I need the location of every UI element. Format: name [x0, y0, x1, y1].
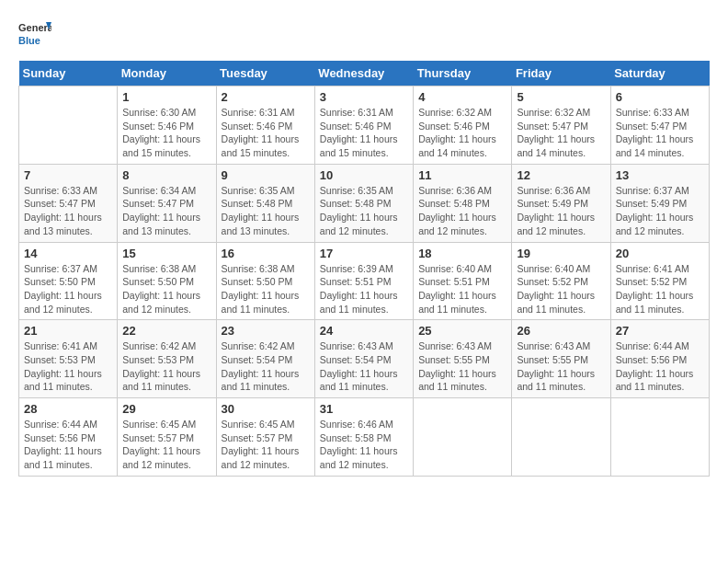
day-info: Sunrise: 6:43 AMSunset: 5:55 PMDaylight:…	[418, 339, 506, 394]
calendar-cell: 30Sunrise: 6:45 AMSunset: 5:57 PMDayligh…	[216, 398, 314, 477]
day-info: Sunrise: 6:42 AMSunset: 5:53 PMDaylight:…	[122, 339, 210, 394]
day-number: 10	[320, 168, 408, 182]
calendar-cell: 16Sunrise: 6:38 AMSunset: 5:50 PMDayligh…	[216, 242, 314, 320]
day-info: Sunrise: 6:33 AMSunset: 5:47 PMDaylight:…	[616, 106, 704, 160]
day-number: 6	[616, 90, 704, 104]
day-number: 2	[222, 90, 310, 104]
page-header: General Blue	[18, 18, 710, 52]
calendar-cell: 7Sunrise: 6:33 AMSunset: 5:47 PMDaylight…	[19, 164, 118, 242]
calendar-cell: 4Sunrise: 6:32 AMSunset: 5:46 PMDaylight…	[414, 86, 512, 165]
weekday-header-saturday: Saturday	[610, 61, 709, 86]
day-number: 18	[418, 247, 506, 260]
day-info: Sunrise: 6:38 AMSunset: 5:50 PMDaylight:…	[222, 262, 310, 316]
day-info: Sunrise: 6:38 AMSunset: 5:50 PMDaylight:…	[122, 262, 210, 316]
day-number: 16	[222, 247, 310, 260]
day-number: 3	[320, 90, 408, 104]
calendar-cell: 21Sunrise: 6:41 AMSunset: 5:53 PMDayligh…	[19, 320, 118, 398]
day-info: Sunrise: 6:36 AMSunset: 5:48 PMDaylight:…	[418, 184, 506, 238]
day-info: Sunrise: 6:31 AMSunset: 5:46 PMDaylight:…	[222, 106, 310, 160]
day-number: 9	[222, 168, 310, 182]
weekday-header-thursday: Thursday	[414, 61, 512, 86]
calendar-cell: 13Sunrise: 6:37 AMSunset: 5:49 PMDayligh…	[610, 164, 709, 242]
day-info: Sunrise: 6:46 AMSunset: 5:58 PMDaylight:…	[320, 418, 408, 472]
day-number: 29	[122, 402, 210, 416]
day-number: 4	[418, 90, 506, 104]
day-number: 13	[616, 168, 704, 182]
day-number: 23	[222, 324, 310, 338]
logo-svg: General Blue	[18, 18, 51, 52]
day-info: Sunrise: 6:32 AMSunset: 5:46 PMDaylight:…	[418, 106, 506, 160]
day-info: Sunrise: 6:40 AMSunset: 5:52 PMDaylight:…	[517, 262, 605, 316]
calendar-cell	[414, 398, 512, 477]
calendar-cell: 31Sunrise: 6:46 AMSunset: 5:58 PMDayligh…	[314, 398, 413, 477]
calendar-cell: 6Sunrise: 6:33 AMSunset: 5:47 PMDaylight…	[610, 86, 709, 165]
calendar-cell	[512, 398, 610, 477]
day-info: Sunrise: 6:37 AMSunset: 5:49 PMDaylight:…	[616, 184, 704, 238]
calendar-week-row: 28Sunrise: 6:44 AMSunset: 5:56 PMDayligh…	[19, 398, 710, 477]
day-number: 28	[24, 402, 112, 416]
calendar-cell: 15Sunrise: 6:38 AMSunset: 5:50 PMDayligh…	[118, 242, 216, 320]
day-info: Sunrise: 6:33 AMSunset: 5:47 PMDaylight:…	[24, 184, 112, 238]
calendar-week-row: 21Sunrise: 6:41 AMSunset: 5:53 PMDayligh…	[19, 320, 710, 398]
day-number: 31	[320, 402, 408, 416]
weekday-header-wednesday: Wednesday	[314, 61, 413, 86]
day-number: 1	[122, 90, 210, 104]
day-info: Sunrise: 6:32 AMSunset: 5:47 PMDaylight:…	[517, 106, 605, 160]
day-number: 27	[616, 324, 704, 338]
day-info: Sunrise: 6:31 AMSunset: 5:46 PMDaylight:…	[320, 106, 408, 160]
calendar-cell: 9Sunrise: 6:35 AMSunset: 5:48 PMDaylight…	[216, 164, 314, 242]
calendar-cell: 3Sunrise: 6:31 AMSunset: 5:46 PMDaylight…	[314, 86, 413, 165]
weekday-header-friday: Friday	[512, 61, 610, 86]
day-info: Sunrise: 6:43 AMSunset: 5:54 PMDaylight:…	[320, 339, 408, 394]
day-number: 19	[517, 247, 605, 260]
day-number: 30	[222, 402, 310, 416]
logo: General Blue	[18, 18, 51, 52]
day-info: Sunrise: 6:36 AMSunset: 5:49 PMDaylight:…	[517, 184, 605, 238]
weekday-header-monday: Monday	[118, 61, 216, 86]
calendar-cell: 8Sunrise: 6:34 AMSunset: 5:47 PMDaylight…	[118, 164, 216, 242]
calendar-cell: 27Sunrise: 6:44 AMSunset: 5:56 PMDayligh…	[610, 320, 709, 398]
calendar-cell: 28Sunrise: 6:44 AMSunset: 5:56 PMDayligh…	[19, 398, 118, 477]
day-number: 17	[320, 247, 408, 260]
day-number: 26	[517, 324, 605, 338]
calendar-cell	[610, 398, 709, 477]
calendar-cell: 10Sunrise: 6:35 AMSunset: 5:48 PMDayligh…	[314, 164, 413, 242]
day-number: 22	[122, 324, 210, 338]
calendar-cell: 17Sunrise: 6:39 AMSunset: 5:51 PMDayligh…	[314, 242, 413, 320]
day-info: Sunrise: 6:40 AMSunset: 5:51 PMDaylight:…	[418, 262, 506, 316]
svg-text:Blue: Blue	[18, 35, 40, 46]
svg-text:General: General	[18, 22, 51, 33]
calendar-cell	[19, 86, 118, 165]
day-info: Sunrise: 6:39 AMSunset: 5:51 PMDaylight:…	[320, 262, 408, 316]
calendar-week-row: 1Sunrise: 6:30 AMSunset: 5:46 PMDaylight…	[19, 86, 710, 165]
calendar-week-row: 14Sunrise: 6:37 AMSunset: 5:50 PMDayligh…	[19, 242, 710, 320]
weekday-header-tuesday: Tuesday	[216, 61, 314, 86]
logo-container: General Blue	[18, 18, 51, 52]
day-info: Sunrise: 6:34 AMSunset: 5:47 PMDaylight:…	[122, 184, 210, 238]
calendar-cell: 20Sunrise: 6:41 AMSunset: 5:52 PMDayligh…	[610, 242, 709, 320]
calendar-cell: 26Sunrise: 6:43 AMSunset: 5:55 PMDayligh…	[512, 320, 610, 398]
day-number: 11	[418, 168, 506, 182]
calendar-cell: 19Sunrise: 6:40 AMSunset: 5:52 PMDayligh…	[512, 242, 610, 320]
day-number: 25	[418, 324, 506, 338]
day-number: 5	[517, 90, 605, 104]
calendar-header-row: SundayMondayTuesdayWednesdayThursdayFrid…	[19, 61, 710, 86]
day-info: Sunrise: 6:43 AMSunset: 5:55 PMDaylight:…	[517, 339, 605, 394]
calendar-cell: 5Sunrise: 6:32 AMSunset: 5:47 PMDaylight…	[512, 86, 610, 165]
day-info: Sunrise: 6:35 AMSunset: 5:48 PMDaylight:…	[320, 184, 408, 238]
day-number: 24	[320, 324, 408, 338]
day-number: 21	[24, 324, 112, 338]
day-info: Sunrise: 6:45 AMSunset: 5:57 PMDaylight:…	[222, 418, 310, 472]
day-info: Sunrise: 6:44 AMSunset: 5:56 PMDaylight:…	[24, 418, 112, 472]
calendar-week-row: 7Sunrise: 6:33 AMSunset: 5:47 PMDaylight…	[19, 164, 710, 242]
calendar-cell: 11Sunrise: 6:36 AMSunset: 5:48 PMDayligh…	[414, 164, 512, 242]
day-info: Sunrise: 6:30 AMSunset: 5:46 PMDaylight:…	[122, 106, 210, 160]
day-number: 7	[24, 168, 112, 182]
day-info: Sunrise: 6:41 AMSunset: 5:53 PMDaylight:…	[24, 339, 112, 394]
day-info: Sunrise: 6:45 AMSunset: 5:57 PMDaylight:…	[122, 418, 210, 472]
calendar-cell: 24Sunrise: 6:43 AMSunset: 5:54 PMDayligh…	[314, 320, 413, 398]
calendar-cell: 29Sunrise: 6:45 AMSunset: 5:57 PMDayligh…	[118, 398, 216, 477]
calendar-cell: 22Sunrise: 6:42 AMSunset: 5:53 PMDayligh…	[118, 320, 216, 398]
calendar-cell: 2Sunrise: 6:31 AMSunset: 5:46 PMDaylight…	[216, 86, 314, 165]
day-info: Sunrise: 6:44 AMSunset: 5:56 PMDaylight:…	[616, 339, 704, 394]
